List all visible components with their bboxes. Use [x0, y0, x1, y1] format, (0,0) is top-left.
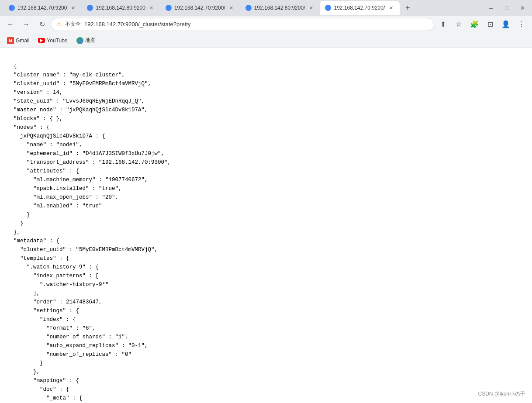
tab-close-button[interactable]: ✕	[307, 4, 314, 11]
url-text: 192.168.142.70:9200/_cluster/state?prett…	[84, 21, 191, 28]
watermark: CSDN @ikun小鸡子	[478, 390, 525, 398]
bookmark-gmail[interactable]: M Gmail	[3, 35, 33, 46]
tab-favicon	[9, 5, 15, 11]
forward-button[interactable]: →	[19, 17, 33, 31]
profile-button[interactable]: 👤	[499, 17, 513, 31]
content-area: { "cluster_name" : "my-elk-cluster", "cl…	[0, 48, 532, 403]
youtube-label: YouTube	[47, 38, 67, 44]
bookmarks-bar: M Gmail YouTube 地图	[0, 33, 532, 48]
tab-tab5[interactable]: 192.168.142.70:9200/ ✕	[320, 1, 400, 15]
nav-actions: ⬆ ☆ 🧩 ⊡ 👤 ⋮	[436, 17, 529, 31]
minimize-button[interactable]: ─	[485, 2, 497, 14]
maps-icon	[76, 37, 83, 44]
json-content: { "cluster_name" : "my-elk-cluster", "cl…	[7, 63, 400, 403]
insecure-label: 不安全	[65, 21, 81, 28]
maps-label: 地图	[85, 37, 96, 44]
tab-list: 192.168.142.70:9200 ✕ 192.168.142.80:920…	[3, 1, 485, 15]
youtube-icon	[38, 38, 45, 43]
insecure-icon: ⚠	[56, 21, 62, 28]
tab-tab3[interactable]: 192.168.142.70:9200/ ✕	[160, 1, 240, 15]
back-button[interactable]: ←	[3, 17, 17, 31]
tab-favicon	[87, 5, 93, 11]
tab-close-button[interactable]: ✕	[228, 4, 235, 11]
bookmark-maps[interactable]: 地图	[73, 35, 99, 46]
split-screen-button[interactable]: ⊡	[483, 17, 497, 31]
share-button[interactable]: ⬆	[436, 17, 450, 31]
address-bar[interactable]: ⚠ 不安全 192.168.142.70:9200/_cluster/state…	[51, 18, 434, 31]
tab-tab1[interactable]: 192.168.142.70:9200 ✕	[3, 1, 82, 15]
tab-favicon	[245, 5, 252, 11]
gmail-icon: M	[7, 37, 14, 44]
window-controls: ─ □ ✕	[485, 2, 529, 14]
tab-tab4[interactable]: 192.168.142.80:9200/ ✕	[240, 1, 320, 15]
tab-title: 192.168.142.80:9200	[96, 5, 145, 11]
gmail-label: Gmail	[16, 38, 29, 44]
nav-bar: ← → ↻ ⚠ 不安全 192.168.142.70:9200/_cluster…	[0, 16, 532, 33]
extensions-button[interactable]: 🧩	[467, 17, 481, 31]
tab-favicon	[325, 5, 331, 11]
close-window-button[interactable]: ✕	[516, 2, 529, 14]
bookmark-youtube[interactable]: YouTube	[35, 36, 71, 45]
tab-title: 192.168.142.80:9200/	[254, 5, 305, 11]
tab-favicon	[166, 5, 172, 11]
tab-title: 192.168.142.70:9200/	[174, 5, 225, 11]
restore-button[interactable]: □	[501, 2, 513, 14]
tab-close-button[interactable]: ✕	[148, 4, 155, 11]
bookmark-button[interactable]: ☆	[452, 17, 466, 31]
menu-button[interactable]: ⋮	[515, 17, 529, 31]
new-tab-button[interactable]: +	[401, 2, 414, 14]
tab-title: 192.168.142.70:9200	[17, 5, 67, 11]
reload-button[interactable]: ↻	[35, 17, 49, 31]
tab-close-button[interactable]: ✕	[387, 4, 394, 11]
tab-tab2[interactable]: 192.168.142.80:9200 ✕	[82, 1, 160, 15]
tab-title: 192.168.142.70:9200/	[334, 5, 385, 11]
title-bar: 192.168.142.70:9200 ✕ 192.168.142.80:920…	[0, 0, 532, 16]
tab-close-button[interactable]: ✕	[69, 4, 76, 11]
